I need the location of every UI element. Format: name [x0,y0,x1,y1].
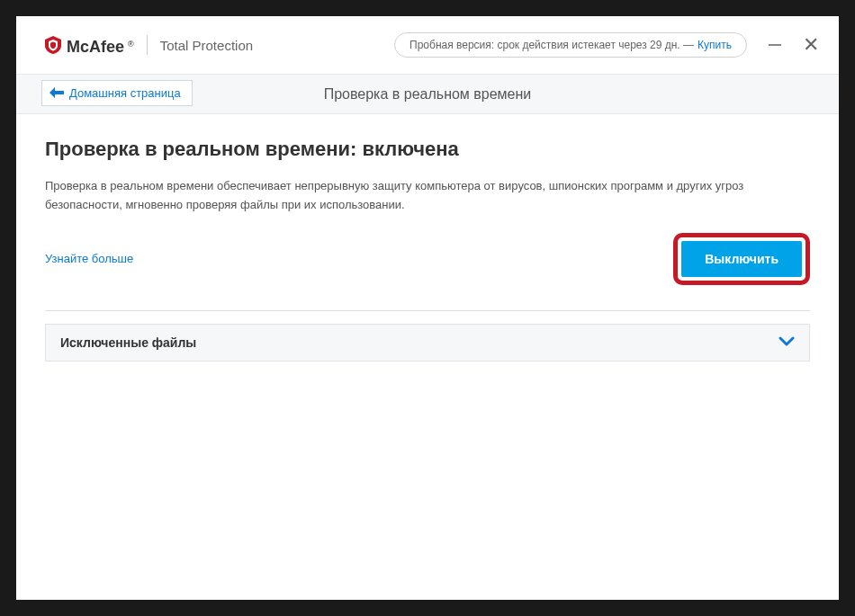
trial-status-pill: Пробная версия: срок действия истекает ч… [394,32,747,58]
brand-registered: ® [128,40,134,49]
back-home-button[interactable]: Домашняя страница [41,80,193,106]
back-label: Домашняя страница [69,86,181,100]
window-controls: ✕ [769,35,819,55]
product-name: Total Protection [160,38,253,53]
disable-button[interactable]: Выключить [681,241,802,277]
buy-link[interactable]: Купить [698,39,732,51]
shield-icon [45,36,61,54]
separator [45,310,810,311]
content-area: Проверка в реальном времени: включена Пр… [16,114,839,600]
content-description: Проверка в реальном времени обеспечивает… [45,177,810,215]
trial-text: Пробная версия: срок действия истекает ч… [410,39,694,51]
sub-header: Домашняя страница Проверка в реальном вр… [16,75,839,114]
chevron-down-icon [778,335,795,350]
learn-more-link[interactable]: Узнайте больше [45,252,133,265]
brand-divider [147,35,148,55]
expander-label: Исключенные файлы [60,335,196,350]
titlebar: McAfee ® Total Protection Пробная версия… [16,16,839,75]
minimize-icon[interactable] [769,44,781,46]
back-arrow-icon [50,87,64,100]
highlight-annotation: Выключить [673,233,810,285]
page-title: Проверка в реальном времени [324,86,532,103]
content-heading: Проверка в реальном времени: включена [45,138,810,161]
brand-logo: McAfee ® [45,34,134,57]
brand-name: McAfee [67,38,124,57]
action-row: Узнайте больше Выключить [45,233,810,285]
close-icon[interactable]: ✕ [803,35,819,55]
excluded-files-expander[interactable]: Исключенные файлы [45,324,810,362]
app-window: McAfee ® Total Protection Пробная версия… [16,16,839,600]
